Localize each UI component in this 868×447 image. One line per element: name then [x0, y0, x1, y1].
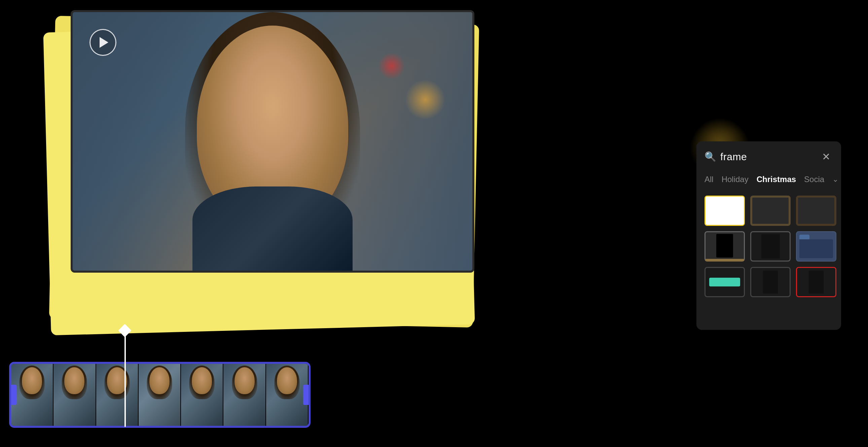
filmstrip[interactable]	[10, 363, 310, 427]
teal-bar	[709, 278, 740, 286]
frame-item-6[interactable]	[796, 231, 836, 262]
tab-christmas[interactable]: Christmas	[757, 173, 796, 185]
thumbnail-4	[138, 364, 181, 426]
play-icon	[100, 37, 108, 48]
search-input[interactable]: frame	[720, 151, 815, 162]
frame-item-3[interactable]	[796, 196, 836, 226]
frame-item-9[interactable]	[796, 267, 836, 297]
portrait-shape-2	[809, 271, 824, 294]
frame-item-1[interactable]	[705, 196, 745, 226]
thumb-inner-7	[266, 364, 308, 426]
frame-item-4[interactable]	[705, 231, 745, 262]
thumbnail-3	[96, 364, 138, 426]
thumbnail-6	[223, 364, 266, 426]
strip-handle-left[interactable]	[10, 385, 17, 405]
thumb-inner-6	[223, 364, 265, 426]
bokeh-orange	[405, 80, 445, 120]
frame-item-7[interactable]	[705, 267, 745, 297]
thumb-face-3	[107, 367, 127, 394]
thumbnail-1	[11, 364, 54, 426]
portrait-rect	[716, 234, 733, 258]
search-bar: 🔍 frame ✕	[705, 149, 833, 164]
white-frame-inner	[706, 197, 744, 225]
folder-body	[799, 239, 833, 258]
category-tabs: All Holiday Christmas Socia ⌄	[705, 173, 833, 185]
search-panel: 🔍 frame ✕ All Holiday Christmas Socia ⌄	[696, 141, 841, 330]
thumb-face-5	[192, 367, 212, 394]
thumbnail-7	[266, 364, 309, 426]
thumb-inner-2	[54, 364, 95, 426]
frame-item-8[interactable]	[750, 267, 790, 297]
close-button[interactable]: ✕	[819, 149, 833, 164]
thumbnail-2	[54, 364, 96, 426]
thumb-inner	[11, 364, 53, 426]
tab-social[interactable]: Socia	[804, 173, 824, 185]
video-frame	[73, 12, 472, 271]
thumb-face-2	[64, 367, 85, 394]
play-button[interactable]	[90, 29, 116, 56]
cursor-hand: ☞	[760, 331, 784, 357]
search-icon: 🔍	[705, 151, 716, 162]
portrait-scarf	[192, 186, 352, 271]
thumb-inner-4	[138, 364, 180, 426]
video-monitor	[71, 10, 474, 273]
tab-holiday[interactable]: Holiday	[722, 173, 749, 185]
playhead[interactable]	[120, 326, 130, 339]
frame-item-5[interactable]	[750, 231, 790, 262]
bokeh-red	[378, 53, 405, 80]
thumbnail-5	[181, 364, 223, 426]
portrait-shape	[763, 271, 778, 294]
thumb-inner-5	[181, 364, 223, 426]
folder-tab	[799, 235, 809, 239]
thumb-face-7	[277, 367, 297, 394]
thumb-face-4	[149, 367, 169, 394]
portrait-rect-2	[761, 234, 780, 259]
scrubber-line	[124, 333, 126, 427]
chevron-down-icon[interactable]: ⌄	[832, 175, 838, 184]
frame-item-2[interactable]	[750, 196, 790, 226]
thumb-face-6	[235, 367, 255, 394]
strip-handle-right[interactable]	[303, 385, 309, 405]
frame-grid	[705, 196, 833, 297]
thumb-inner-3	[96, 364, 138, 426]
thumb-face	[22, 367, 42, 394]
tab-all[interactable]: All	[705, 173, 714, 185]
timeline-container	[10, 353, 310, 427]
playhead-diamond	[118, 324, 131, 337]
